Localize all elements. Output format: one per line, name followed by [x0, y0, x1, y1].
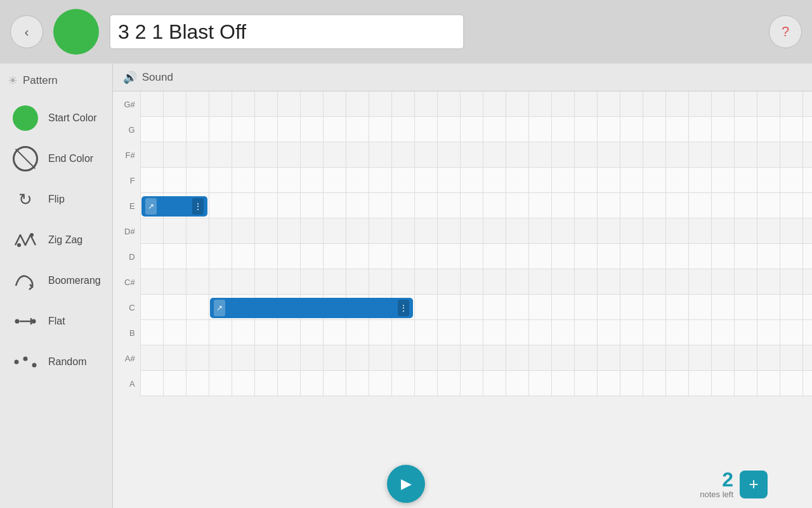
- grid-cell[interactable]: [712, 91, 735, 117]
- grid-cell[interactable]: [689, 218, 712, 244]
- grid-cell[interactable]: [232, 371, 255, 396]
- grid-cell[interactable]: [620, 295, 643, 320]
- grid-cell[interactable]: [780, 320, 803, 345]
- grid-cell[interactable]: [620, 142, 643, 168]
- grid-cell[interactable]: [529, 91, 552, 117]
- grid-cell[interactable]: [461, 320, 483, 345]
- grid-cell[interactable]: [483, 91, 506, 117]
- grid-cell[interactable]: [415, 117, 438, 142]
- grid-cell[interactable]: [415, 345, 438, 371]
- grid-cell[interactable]: [803, 193, 812, 218]
- grid-cell[interactable]: [575, 371, 598, 396]
- grid-cell[interactable]: [141, 320, 164, 345]
- grid-cell[interactable]: [232, 142, 255, 168]
- grid-cell[interactable]: [415, 244, 438, 269]
- grid-cell[interactable]: [232, 345, 255, 371]
- grid-cell[interactable]: [620, 117, 643, 142]
- grid-cell[interactable]: [483, 295, 506, 320]
- grid-cell[interactable]: [803, 295, 812, 320]
- grid-cell[interactable]: [735, 345, 757, 371]
- grid-cell[interactable]: [301, 218, 324, 244]
- grid-cell[interactable]: [666, 345, 689, 371]
- grid-cell[interactable]: [324, 168, 346, 193]
- grid-cell[interactable]: [346, 218, 369, 244]
- grid-cell[interactable]: [255, 218, 278, 244]
- grid-cell[interactable]: [141, 371, 164, 396]
- grid-cell[interactable]: [141, 117, 164, 142]
- grid-cell[interactable]: [255, 168, 278, 193]
- grid-cell[interactable]: [803, 117, 812, 142]
- grid-cell[interactable]: [369, 345, 392, 371]
- grid-cell[interactable]: [575, 269, 598, 295]
- grid-cell[interactable]: [438, 320, 461, 345]
- grid-cell[interactable]: [666, 244, 689, 269]
- grid-cell[interactable]: [346, 193, 369, 218]
- grid-cell[interactable]: [712, 371, 735, 396]
- grid-cell[interactable]: [780, 295, 803, 320]
- grid-cell[interactable]: [757, 371, 780, 396]
- grid-cell[interactable]: [506, 168, 529, 193]
- grid-cell[interactable]: [392, 218, 415, 244]
- grid-cell[interactable]: [187, 295, 209, 320]
- grid-cell[interactable]: [278, 269, 301, 295]
- grid-cell[interactable]: [529, 244, 552, 269]
- grid-cell[interactable]: [643, 91, 666, 117]
- grid-cell[interactable]: [780, 91, 803, 117]
- grid-cell[interactable]: [803, 168, 812, 193]
- grid-cell[interactable]: [598, 91, 620, 117]
- grid-cell[interactable]: [187, 371, 209, 396]
- grid-cell[interactable]: [438, 345, 461, 371]
- grid-cell[interactable]: [506, 91, 529, 117]
- grid-cell[interactable]: [803, 218, 812, 244]
- grid-cell[interactable]: [666, 168, 689, 193]
- grid-cell[interactable]: [666, 295, 689, 320]
- grid-cell[interactable]: [552, 218, 575, 244]
- grid-cell[interactable]: [803, 345, 812, 371]
- grid-cell[interactable]: [620, 168, 643, 193]
- grid-cell[interactable]: [255, 117, 278, 142]
- grid-cell[interactable]: [438, 295, 461, 320]
- grid-cell[interactable]: [735, 91, 757, 117]
- grid-cell[interactable]: [187, 142, 209, 168]
- grid-cell[interactable]: [369, 117, 392, 142]
- grid-cell[interactable]: [369, 269, 392, 295]
- sidebar-item-flat[interactable]: Flat: [8, 301, 105, 342]
- grid-cell[interactable]: [461, 244, 483, 269]
- grid-cell[interactable]: [483, 244, 506, 269]
- grid-cell[interactable]: [552, 269, 575, 295]
- grid-cell[interactable]: [529, 193, 552, 218]
- grid-cell[interactable]: [346, 371, 369, 396]
- grid-cell[interactable]: [187, 244, 209, 269]
- grid-cell[interactable]: [301, 168, 324, 193]
- grid-cell[interactable]: [461, 91, 483, 117]
- title-input[interactable]: [109, 14, 464, 50]
- grid-cell[interactable]: [757, 193, 780, 218]
- grid-cell[interactable]: [620, 269, 643, 295]
- grid-cell[interactable]: [301, 345, 324, 371]
- grid-cell[interactable]: [278, 320, 301, 345]
- grid-cell[interactable]: [232, 244, 255, 269]
- grid-cell[interactable]: [757, 117, 780, 142]
- grid-cell[interactable]: [712, 168, 735, 193]
- note-handle-right[interactable]: ⋮: [398, 300, 409, 316]
- grid-cell[interactable]: [712, 269, 735, 295]
- grid-cell[interactable]: [438, 91, 461, 117]
- grid-cell[interactable]: [164, 371, 187, 396]
- grid-cell[interactable]: [392, 345, 415, 371]
- grid-cell[interactable]: [255, 91, 278, 117]
- grid-cell[interactable]: [529, 168, 552, 193]
- grid-cell[interactable]: [712, 218, 735, 244]
- grid-cell[interactable]: [666, 91, 689, 117]
- grid-cell[interactable]: [529, 142, 552, 168]
- grid-cell[interactable]: [506, 193, 529, 218]
- grid-cell[interactable]: [324, 142, 346, 168]
- sidebar-item-boomerang[interactable]: Boomerang: [8, 260, 105, 301]
- grid-cell[interactable]: [346, 320, 369, 345]
- grid-cell[interactable]: [209, 142, 232, 168]
- grid-cell[interactable]: [415, 218, 438, 244]
- grid-cell[interactable]: [415, 269, 438, 295]
- grid-cell[interactable]: [301, 269, 324, 295]
- grid-cell[interactable]: [598, 345, 620, 371]
- grid-cell[interactable]: [575, 168, 598, 193]
- grid-cell[interactable]: [598, 168, 620, 193]
